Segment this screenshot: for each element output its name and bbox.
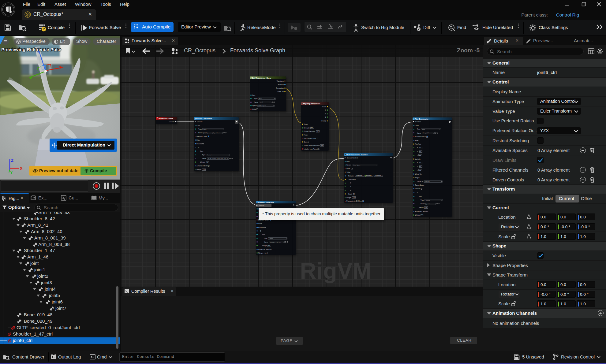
svg-text:Z: Z [11, 158, 13, 163]
svg-text:X: X [20, 166, 23, 171]
svg-text:?: ? [43, 27, 45, 31]
svg-text:Y: Y [10, 170, 13, 175]
